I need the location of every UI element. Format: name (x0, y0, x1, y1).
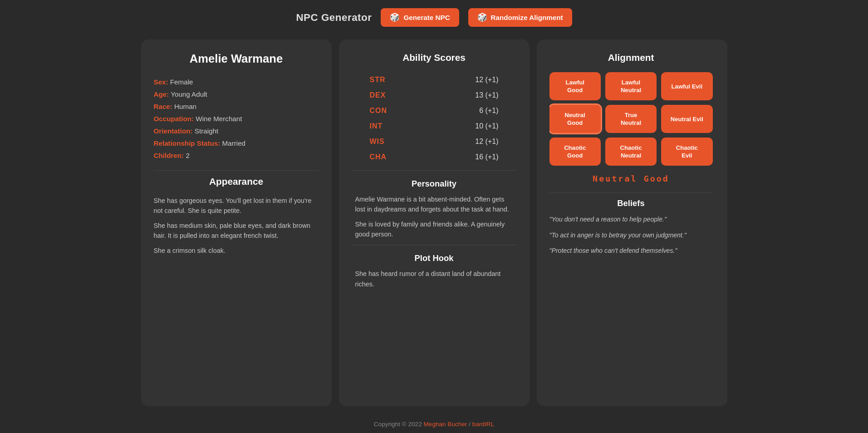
occupation-value: Wine Merchant (196, 115, 242, 123)
randomize-alignment-button[interactable]: 🎲 Randomize Alignment (468, 8, 572, 27)
generate-npc-button[interactable]: 🎲 Generate NPC (381, 8, 459, 27)
ability-value: 10 (+1) (475, 122, 498, 130)
beliefs-title: Beliefs (549, 198, 713, 208)
alignment-title: Alignment (549, 52, 713, 63)
appearance-title: Appearance (154, 176, 319, 187)
alignment-btn-lawful-evil[interactable]: Lawful Evil (661, 72, 712, 100)
ability-score-row: STR 12 (+1) (352, 72, 517, 88)
alignment-btn-true-neutral[interactable]: True Neutral (605, 105, 657, 133)
children-label: Children: (154, 152, 184, 159)
alignment-card: Alignment Lawful GoodLawful NeutralLawfu… (537, 39, 727, 406)
npc-sex-row: Sex: Female (154, 78, 319, 86)
appearance-p1: She has gorgeous eyes. You'll get lost i… (154, 196, 319, 216)
npc-info-card: Amelie Warmane Sex: Female Age: Young Ad… (141, 39, 332, 406)
ability-value: 13 (+1) (475, 91, 498, 99)
alignment-grid: Lawful GoodLawful NeutralLawful EvilNeut… (549, 72, 713, 166)
author-link[interactable]: Meghan Bucher (424, 421, 467, 428)
footer: Copyright © 2022 Meghan Bucher / bardIRL (0, 415, 868, 433)
ability-scores-title: Ability Scores (352, 52, 517, 63)
beliefs-list: "You don't need a reason to help people.… (549, 215, 713, 255)
ability-value: 16 (+1) (475, 153, 498, 161)
alignment-card-inner: Alignment Lawful GoodLawful NeutralLawfu… (549, 52, 715, 262)
orientation-value: Straight (195, 127, 218, 135)
age-value: Young Adult (171, 90, 207, 98)
age-label: Age: (154, 90, 169, 98)
orientation-label: Orientation: (154, 127, 193, 135)
sex-value: Female (170, 78, 193, 86)
personality-p2: She is loved by family and friends alike… (352, 219, 517, 240)
stats-card: Ability Scores STR 12 (+1) DEX 13 (+1) C… (339, 39, 530, 406)
npc-orientation-row: Orientation: Straight (154, 127, 319, 135)
npc-name: Amelie Warmane (154, 52, 319, 65)
appearance-p2: She has medium skin, pale blue eyes, and… (154, 221, 319, 241)
alignment-btn-neutral-good[interactable]: Neutral Good (549, 105, 601, 133)
dice-icon-randomize: 🎲 (477, 13, 487, 22)
personality-title: Personality (352, 179, 517, 189)
personality-p1: Amelie Warmane is a bit absent-minded. O… (352, 194, 517, 215)
main-content: Amelie Warmane Sex: Female Age: Young Ad… (0, 35, 868, 415)
alignment-btn-lawful-neutral[interactable]: Lawful Neutral (605, 72, 657, 100)
plot-hook-title: Plot Hook (352, 253, 517, 263)
npc-occupation-row: Occupation: Wine Merchant (154, 115, 319, 123)
ability-score-row: DEX 13 (+1) (352, 88, 517, 103)
ability-score-row: CHA 16 (+1) (352, 149, 517, 165)
ability-name: CON (370, 107, 392, 115)
ability-name: INT (370, 122, 392, 130)
ability-name: DEX (370, 91, 392, 99)
alignment-btn-chaotic-neutral[interactable]: Chaotic Neutral (605, 138, 657, 166)
race-label: Race: (154, 103, 172, 110)
belief-item: "You don't need a reason to help people.… (549, 215, 713, 224)
npc-race-row: Race: Human (154, 103, 319, 110)
alignment-btn-chaotic-evil[interactable]: Chaotic Evil (661, 138, 712, 166)
app-title: NPC Generator (296, 12, 372, 24)
relationship-value: Married (222, 139, 245, 147)
dice-icon-generate: 🎲 (390, 13, 400, 22)
belief-item: "To act in anger is to betray your own j… (549, 231, 713, 240)
npc-age-row: Age: Young Adult (154, 90, 319, 98)
appearance-text: She has gorgeous eyes. You'll get lost i… (154, 196, 319, 256)
ability-name: CHA (370, 153, 392, 161)
ability-value: 12 (+1) (475, 76, 498, 84)
ability-name: STR (370, 76, 392, 84)
occupation-label: Occupation: (154, 115, 194, 123)
ability-score-row: WIS 12 (+1) (352, 134, 517, 149)
copyright-text: Copyright © 2022 (374, 421, 422, 428)
sex-label: Sex: (154, 78, 168, 86)
npc-relationship-row: Relationship Status: Married (154, 139, 319, 147)
race-value: Human (174, 103, 196, 110)
npc-attributes-list: Sex: Female Age: Young Adult Race: Human… (154, 78, 319, 159)
npc-children-row: Children: 2 (154, 152, 319, 159)
ability-value: 6 (+1) (479, 107, 498, 115)
current-alignment-display: Neutral Good (549, 174, 713, 183)
ability-value: 12 (+1) (475, 138, 498, 146)
site-link[interactable]: bardIRL (472, 421, 494, 428)
alignment-btn-lawful-good[interactable]: Lawful Good (549, 72, 601, 100)
ability-score-row: CON 6 (+1) (352, 103, 517, 118)
ability-name: WIS (370, 138, 392, 146)
relationship-label: Relationship Status: (154, 139, 221, 147)
footer-separator: / (469, 421, 472, 428)
belief-item: "Protect those who can't defend themselv… (549, 246, 713, 255)
appearance-p3: She a crimson silk cloak. (154, 246, 319, 256)
alignment-btn-neutral-evil[interactable]: Neutral Evil (661, 105, 712, 133)
ability-scores-table: STR 12 (+1) DEX 13 (+1) CON 6 (+1) INT 1… (352, 72, 517, 165)
alignment-btn-chaotic-good[interactable]: Chaotic Good (549, 138, 601, 166)
children-value: 2 (186, 152, 189, 159)
ability-score-row: INT 10 (+1) (352, 118, 517, 134)
plot-hook-text: She has heard rumor of a distant land of… (352, 269, 517, 289)
